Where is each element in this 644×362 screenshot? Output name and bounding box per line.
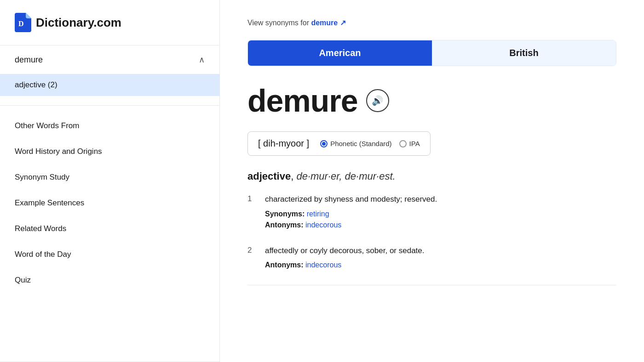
sidebar-nav: Other Words From Word History and Origin… (0, 113, 219, 293)
def-synonyms-1: Synonyms: retiring (265, 210, 616, 218)
definition-item-1: 1 characterized by shyness and modesty; … (247, 193, 616, 232)
word-display: demure 🔊 (247, 83, 616, 119)
dictionary-logo-icon: D (15, 13, 31, 32)
sidebar-item-synonym-study[interactable]: Synonym Study (15, 164, 205, 190)
synonyms-link-line: View synonyms for demure ↗ (247, 18, 616, 27)
def-antonyms-1: Antonyms: indecorous (265, 221, 616, 229)
definition-item-2: 2 affectedly or coyly decorous, sober, o… (247, 245, 616, 272)
def-text-2: affectedly or coyly decorous, sober, or … (265, 245, 616, 257)
ipa-option[interactable]: IPA (399, 140, 420, 147)
chevron-up-icon[interactable]: ∧ (199, 55, 205, 65)
synonyms-link-1[interactable]: retiring (307, 210, 329, 218)
def-number-1: 1 (247, 193, 256, 232)
part-of-speech-line: adjective, de·mur·er, de·mur·est. (247, 170, 616, 182)
main-content: View synonyms for demure ↗ American Brit… (220, 0, 644, 362)
svg-text:D: D (18, 20, 24, 28)
antonyms-link-1[interactable]: indecorous (305, 221, 341, 229)
synonyms-word-link[interactable]: demure ↗ (311, 19, 345, 27)
pos-inflections: de·mur·er, de·mur·est. (296, 170, 395, 182)
logo-area: D Dictionary.com (0, 0, 219, 45)
word-header: demure ∧ (0, 45, 219, 74)
sidebar: D Dictionary.com demure ∧ adjective (2) … (0, 0, 220, 362)
sidebar-item-other-words[interactable]: Other Words From (15, 113, 205, 139)
phonetic-text: [ dih-myoor ] (258, 138, 309, 149)
phonetic-standard-radio[interactable] (320, 140, 328, 147)
phonetic-standard-option[interactable]: Phonetic (Standard) (320, 140, 391, 147)
pos-word: adjective (247, 170, 291, 182)
sidebar-nav-top-divider (0, 105, 219, 106)
sound-button[interactable]: 🔊 (366, 89, 389, 112)
content-bottom-divider (247, 285, 616, 285)
sidebar-word-title: demure (15, 55, 43, 65)
definition-list: 1 characterized by shyness and modesty; … (247, 193, 616, 272)
tab-british[interactable]: British (432, 40, 616, 66)
sidebar-active-item[interactable]: adjective (2) (0, 74, 219, 96)
arrow-icon: ↗ (340, 19, 346, 27)
phonetic-radio-group: Phonetic (Standard) IPA (320, 140, 420, 147)
ipa-radio[interactable] (399, 140, 407, 147)
antonyms-link-2[interactable]: indecorous (305, 261, 341, 269)
logo-text: Dictionary.com (36, 16, 121, 30)
def-antonyms-2: Antonyms: indecorous (265, 261, 616, 269)
sidebar-item-quiz[interactable]: Quiz (15, 267, 205, 293)
pronunciation-tabs: American British (247, 40, 616, 66)
sidebar-active-label: adjective (2) (15, 80, 58, 89)
tab-american[interactable]: American (248, 40, 432, 66)
sidebar-item-example-sentences[interactable]: Example Sentences (15, 190, 205, 216)
sidebar-item-related-words[interactable]: Related Words (15, 216, 205, 242)
main-word: demure (247, 83, 358, 119)
sidebar-item-word-history[interactable]: Word History and Origins (15, 139, 205, 164)
def-number-2: 2 (247, 245, 256, 272)
pronunciation-box: [ dih-myoor ] Phonetic (Standard) IPA (247, 131, 431, 156)
def-content-2: affectedly or coyly decorous, sober, or … (265, 245, 616, 272)
def-text-1: characterized by shyness and modesty; re… (265, 193, 616, 205)
def-content-1: characterized by shyness and modesty; re… (265, 193, 616, 232)
sound-icon: 🔊 (372, 95, 383, 106)
sidebar-item-word-of-day[interactable]: Word of the Day (15, 242, 205, 267)
